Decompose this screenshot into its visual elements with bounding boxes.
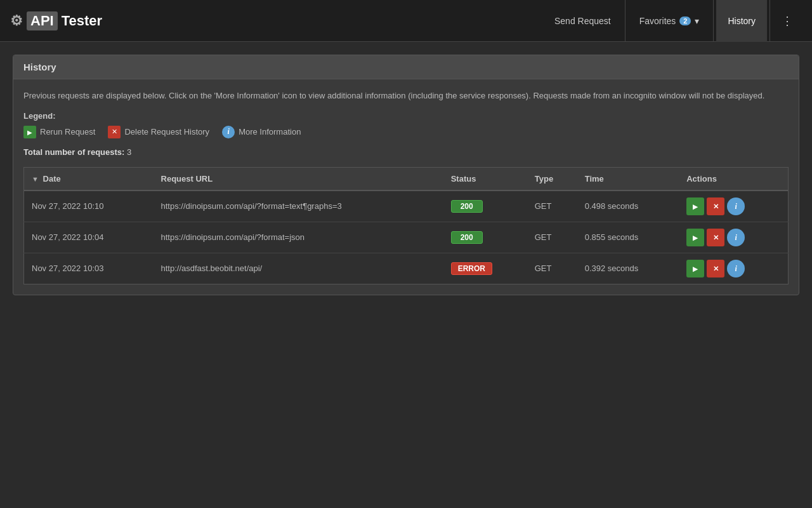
cell-time-0: 0.498 seconds: [577, 190, 679, 222]
cell-actions-1: [679, 222, 788, 253]
cell-actions-0: [679, 190, 788, 222]
total-count: 3: [127, 147, 131, 157]
favorites-label: Favorites: [639, 16, 676, 26]
status-badge-2: ERROR: [451, 262, 492, 275]
history-panel-title: History: [23, 62, 56, 72]
legend-items: Rerun Request Delete Request History Mor…: [23, 126, 789, 138]
total-requests: Total number of requests: 3: [23, 147, 789, 157]
table-row: Nov 27, 2022 10:10 https://dinoipsum.com…: [24, 190, 789, 222]
send-request-button[interactable]: Send Request: [543, 0, 622, 42]
table-header-row: ▼ Date Request URL Status Type Time Acti…: [24, 167, 789, 190]
history-panel-body: Previous requests are displayed below. C…: [13, 79, 799, 295]
history-panel-header: History: [13, 55, 799, 79]
favorites-button[interactable]: Favorites 2 ▾: [628, 0, 711, 42]
delete-icon: [108, 126, 121, 138]
legend: Legend: Rerun Request Delete Request His…: [23, 111, 789, 138]
cell-type-1: GET: [527, 222, 577, 253]
cell-status-2: ERROR: [443, 253, 527, 284]
status-badge-1: 200: [451, 231, 483, 244]
info-button-0[interactable]: [727, 197, 745, 215]
col-actions: Actions: [679, 167, 788, 190]
cell-url-0: https://dinoipsum.com/api/?format=text¶g…: [154, 190, 443, 222]
delete-button-2[interactable]: [707, 260, 724, 277]
cell-status-0: 200: [443, 190, 527, 222]
legend-delete: Delete Request History: [108, 126, 209, 138]
brand-tester-label: Tester: [62, 13, 102, 29]
total-label: Total number of requests:: [23, 147, 124, 157]
col-url: Request URL: [154, 167, 443, 190]
cell-url-1: https://dinoipsum.com/api/?format=json: [154, 222, 443, 253]
play-icon-0: [693, 201, 698, 211]
action-buttons-2: [686, 260, 780, 277]
x-icon: [112, 128, 117, 136]
i-icon-0: [735, 201, 737, 211]
legend-title: Legend:: [23, 111, 789, 121]
cell-time-1: 0.855 seconds: [577, 222, 679, 253]
brand: ⚙ API Tester: [10, 11, 543, 30]
legend-rerun: Rerun Request: [23, 126, 95, 138]
legend-rerun-label: Rerun Request: [40, 127, 95, 137]
x-icon-1: [713, 232, 719, 242]
cell-type-2: GET: [527, 253, 577, 284]
col-date-label: Date: [43, 174, 61, 184]
sort-arrow: ▼: [32, 175, 39, 183]
play-icon-2: [693, 264, 698, 273]
i-icon-1: [735, 232, 737, 243]
nav-divider-3: [769, 0, 770, 42]
col-type: Type: [527, 167, 577, 190]
info-button-2[interactable]: [727, 260, 745, 277]
table-row: Nov 27, 2022 10:04 https://dinoipsum.com…: [24, 222, 789, 253]
cell-actions-2: [679, 253, 788, 284]
i-icon: [227, 127, 229, 137]
info-icon: [222, 126, 235, 138]
rerun-button-2[interactable]: [686, 260, 704, 277]
action-buttons-1: [686, 229, 780, 246]
cell-date-0: Nov 27, 2022 10:10: [24, 190, 154, 222]
cell-status-1: 200: [443, 222, 527, 253]
favorites-dropdown-icon: ▾: [695, 16, 699, 26]
table-body: Nov 27, 2022 10:10 https://dinoipsum.com…: [24, 190, 789, 284]
cell-url-2: http://asdfast.beobit.net/api/: [154, 253, 443, 284]
nav-divider-1: [625, 0, 625, 42]
delete-button-0[interactable]: [707, 197, 724, 215]
rerun-button-1[interactable]: [686, 229, 704, 246]
brand-api-label: API: [27, 11, 58, 30]
col-status: Status: [443, 167, 527, 190]
more-menu-button[interactable]: ⋮: [773, 0, 802, 42]
rerun-icon: [23, 126, 36, 138]
rerun-button-0[interactable]: [686, 197, 704, 215]
legend-info-label: More Information: [239, 127, 301, 137]
cell-date-2: Nov 27, 2022 10:03: [24, 253, 154, 284]
cell-time-2: 0.392 seconds: [577, 253, 679, 284]
table-header: ▼ Date Request URL Status Type Time Acti…: [24, 167, 789, 190]
legend-info: More Information: [222, 126, 301, 138]
navbar: ⚙ API Tester Send Request Favorites 2 ▾ …: [0, 0, 812, 42]
history-table: ▼ Date Request URL Status Type Time Acti…: [23, 167, 789, 284]
gear-icon: ⚙: [10, 13, 23, 29]
x-icon-2: [713, 264, 719, 273]
cell-date-1: Nov 27, 2022 10:04: [24, 222, 154, 253]
col-time: Time: [577, 167, 679, 190]
x-icon-0: [713, 201, 719, 211]
table-row: Nov 27, 2022 10:03 http://asdfast.beobit…: [24, 253, 789, 284]
status-badge-0: 200: [451, 200, 483, 213]
legend-delete-label: Delete Request History: [124, 127, 209, 137]
navbar-actions: Send Request Favorites 2 ▾ History ⋮: [543, 0, 802, 42]
info-text: Previous requests are displayed below. C…: [23, 90, 789, 102]
i-icon-2: [735, 264, 737, 274]
history-button[interactable]: History: [716, 0, 767, 42]
nav-divider-2: [713, 0, 714, 42]
play-icon: [27, 128, 32, 136]
delete-button-1[interactable]: [707, 229, 724, 246]
col-date[interactable]: ▼ Date: [24, 167, 154, 190]
history-panel: History Previous requests are displayed …: [13, 55, 799, 295]
main-content: History Previous requests are displayed …: [0, 42, 812, 308]
cell-type-0: GET: [527, 190, 577, 222]
favorites-badge: 2: [679, 17, 691, 25]
info-button-1[interactable]: [727, 229, 745, 246]
action-buttons-0: [686, 197, 780, 215]
play-icon-1: [693, 232, 698, 242]
